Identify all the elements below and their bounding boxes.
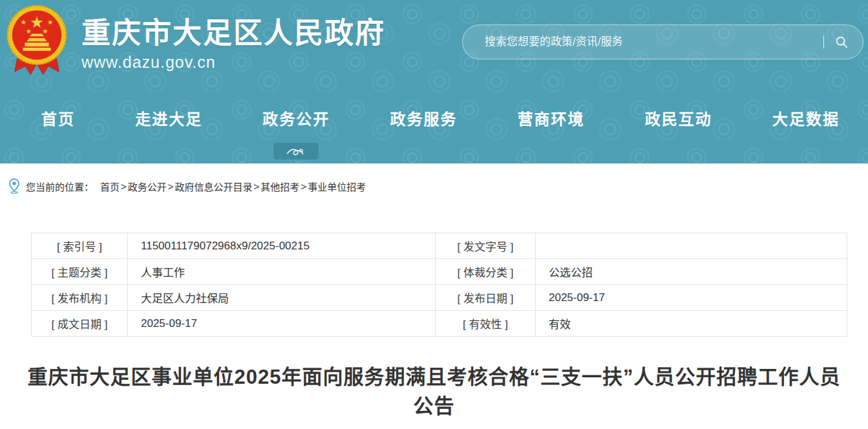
meta-label-written-date: [ 成文日期 ] [32, 311, 128, 337]
site-name: 重庆市大足区人民政府 [81, 16, 385, 52]
breadcrumb-home[interactable]: 首页 [100, 180, 120, 193]
svg-text:★: ★ [25, 27, 32, 36]
breadcrumb-separator: > [254, 181, 260, 192]
search-box[interactable] [462, 25, 863, 59]
site-header: ★ ★ ★ ★ ★ 重庆市大足区人民政府 www.dazu.gov.cn 首页 … [0, 0, 868, 163]
search-divider [823, 36, 824, 48]
breadcrumb-info-directory[interactable]: 政府信息公开目录 [175, 180, 253, 193]
meta-label-issuing-agency: [ 发布机构 ] [32, 285, 128, 311]
nav-item-gov-affairs-open[interactable]: 政务公开 [262, 110, 330, 129]
breadcrumb-separator: > [168, 181, 174, 192]
breadcrumb-prefix: 您当前的位置： [26, 180, 94, 193]
search-input[interactable] [485, 36, 818, 48]
breadcrumb: 您当前的位置： 首页 > 政务公开 > 政府信息公开目录 > 其他招考 > 事业… [8, 176, 868, 196]
meta-value-validity: 有效 [536, 311, 847, 337]
meta-value-index-no: 1150011179072968x9/2025-00215 [128, 233, 436, 259]
meta-label-index-no: [ 索引号 ] [32, 233, 128, 259]
nav-item-business-env[interactable]: 营商环境 [518, 110, 585, 129]
breadcrumb-institution-recruit[interactable]: 事业单位招考 [308, 180, 366, 193]
meta-label-validity: [ 有效性 ] [436, 311, 536, 337]
main-nav: 首页 走进大足 政务公开 政务服务 营商环境 政民互动 大足数据 [0, 97, 868, 163]
meta-label-topic-category: [ 主题分类 ] [32, 259, 128, 285]
meta-value-written-date: 2025-09-17 [128, 311, 436, 337]
nav-item-about-dazu[interactable]: 走进大足 [135, 110, 202, 129]
svg-text:★: ★ [42, 27, 48, 36]
meta-value-topic-category: 人事工作 [128, 259, 436, 285]
table-row: [ 主题分类 ] 人事工作 [ 体裁分类 ] 公选公招 [32, 259, 847, 285]
meta-label-publish-date: [ 发布日期 ] [436, 285, 536, 311]
site-title-group: 重庆市大足区人民政府 www.dazu.gov.cn [81, 16, 385, 72]
meta-label-genre-category: [ 体裁分类 ] [436, 259, 536, 285]
table-row: [ 成文日期 ] 2025-09-17 [ 有效性 ] 有效 [32, 311, 847, 337]
nav-item-dazu-data[interactable]: 大足数据 [772, 110, 840, 129]
table-row: [ 索引号 ] 1150011179072968x9/2025-00215 [ … [32, 233, 847, 259]
cloud-icon [285, 146, 307, 156]
nav-item-gov-services[interactable]: 政务服务 [390, 110, 457, 129]
nav-item-public-interaction[interactable]: 政民互动 [645, 110, 712, 129]
breadcrumb-other-recruit[interactable]: 其他招考 [260, 180, 299, 193]
meta-value-issuing-agency: 大足区人力社保局 [128, 285, 436, 311]
nav-active-badge [273, 143, 319, 160]
meta-value-publish-date: 2025-09-17 [536, 285, 847, 311]
site-url: www.dazu.gov.cn [81, 53, 385, 72]
national-emblem-logo[interactable]: ★ ★ ★ ★ ★ [5, 3, 69, 79]
meta-value-doc-no [536, 233, 847, 259]
breadcrumb-separator: > [121, 181, 127, 192]
breadcrumb-gov-open[interactable]: 政务公开 [128, 180, 167, 193]
breadcrumb-separator: > [301, 181, 306, 192]
nav-item-home[interactable]: 首页 [41, 110, 75, 129]
document-meta-table: [ 索引号 ] 1150011179072968x9/2025-00215 [ … [31, 233, 847, 337]
location-pin-icon [8, 178, 21, 194]
meta-label-doc-no: [ 发文字号 ] [436, 233, 536, 259]
article-title: 重庆市大足区事业单位2025年面向服务期满且考核合格“三支一扶”人员公开招聘工作… [24, 362, 845, 421]
table-row: [ 发布机构 ] 大足区人力社保局 [ 发布日期 ] 2025-09-17 [32, 285, 847, 311]
svg-text:★: ★ [21, 18, 27, 26]
meta-value-genre-category: 公选公招 [536, 259, 847, 285]
search-icon[interactable] [834, 35, 849, 49]
nav-item-label: 政务公开 [262, 110, 330, 128]
svg-text:★: ★ [47, 18, 54, 26]
